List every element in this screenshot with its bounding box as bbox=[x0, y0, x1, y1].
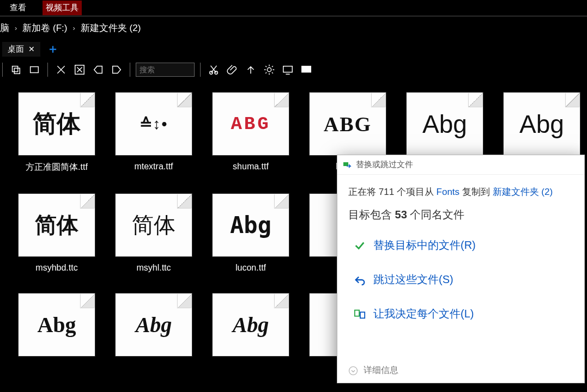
dialog-src-link[interactable]: Fonts bbox=[437, 187, 460, 197]
close-icon[interactable] bbox=[53, 62, 69, 77]
file-name: 方正准圆简体.ttf bbox=[26, 162, 88, 173]
cut-icon[interactable] bbox=[206, 62, 221, 77]
file-name: msyhbd.ttc bbox=[35, 263, 77, 273]
option-label: 跳过这些文件(S) bbox=[373, 272, 453, 287]
chevron-right-icon: › bbox=[73, 24, 75, 32]
upload-icon[interactable] bbox=[243, 62, 258, 77]
chevron-down-icon bbox=[348, 366, 358, 376]
dialog-dst-link[interactable]: 新建文件夹 (2) bbox=[493, 187, 553, 197]
paste-icon[interactable] bbox=[27, 62, 42, 77]
compare-icon bbox=[354, 308, 366, 320]
file-item[interactable]: 简体 msyhl.ttc bbox=[110, 194, 197, 273]
file-thumb: 简体 bbox=[19, 194, 95, 256]
breadcrumb-seg-0[interactable]: 脑 bbox=[0, 22, 9, 34]
file-thumb: ABG bbox=[213, 93, 289, 155]
file-thumb: ABG bbox=[310, 93, 386, 155]
close-all-icon[interactable] bbox=[72, 62, 87, 77]
file-thumb: Abg bbox=[213, 293, 289, 356]
breadcrumb-seg-2[interactable]: 新建文件夹 (2) bbox=[81, 22, 141, 34]
option-label: 替换目标中的文件(R) bbox=[373, 238, 476, 253]
tag-right-icon[interactable] bbox=[109, 62, 124, 77]
text: 目标包含 bbox=[348, 209, 395, 220]
option-replace[interactable]: 替换目标中的文件(R) bbox=[352, 235, 570, 256]
toolbar-separator bbox=[200, 63, 201, 77]
file-item[interactable]: 简体 msyhbd.ttc bbox=[13, 194, 100, 273]
file-item[interactable]: 简体 方正准圆简体.ttf bbox=[13, 93, 100, 173]
file-name: lucon.ttf bbox=[235, 263, 266, 273]
file-item[interactable]: Abg lucon.ttf bbox=[207, 194, 294, 273]
breadcrumb-seg-1[interactable]: 新加卷 (F:) bbox=[22, 22, 67, 34]
conflict-count: 53 bbox=[395, 209, 407, 220]
add-tab-button[interactable]: ＋ bbox=[41, 41, 64, 57]
dialog-progress-line: 正在将 711 个项目从 Fonts 复制到 新建文件夹 (2) bbox=[348, 183, 573, 201]
tab-label: 桌面 bbox=[8, 44, 24, 54]
monitor-b-icon[interactable] bbox=[299, 62, 314, 77]
file-thumb: 简体 bbox=[116, 194, 192, 256]
text: 复制到 bbox=[462, 187, 493, 197]
ribbon-tab-video[interactable]: 视频工具 bbox=[43, 1, 82, 15]
dialog-more-info[interactable]: 详细信息 bbox=[337, 357, 584, 383]
option-skip[interactable]: 跳过这些文件(S) bbox=[352, 269, 570, 290]
attach-icon[interactable] bbox=[225, 62, 240, 77]
toolbar-separator bbox=[2, 63, 3, 77]
toolbar-separator bbox=[130, 63, 130, 77]
file-thumb: ≙↕• bbox=[116, 93, 192, 155]
svg-point-12 bbox=[349, 366, 358, 375]
file-name: mtextra.ttf bbox=[134, 162, 173, 171]
dialog-title: 替换或跳过文件 bbox=[356, 160, 413, 170]
svg-rect-7 bbox=[283, 66, 293, 72]
chevron-right-icon: › bbox=[15, 24, 17, 32]
option-decide[interactable]: 让我决定每个文件(L) bbox=[352, 303, 570, 324]
svg-point-6 bbox=[267, 68, 271, 71]
svg-rect-0 bbox=[13, 66, 18, 72]
file-thumb: Abg bbox=[407, 93, 483, 155]
toolbar-separator bbox=[47, 63, 48, 77]
file-name: shuma.ttf bbox=[233, 162, 269, 171]
svg-rect-2 bbox=[31, 67, 39, 73]
text: 711 bbox=[379, 187, 394, 197]
breadcrumb[interactable]: 脑 › 新加卷 (F:) › 新建文件夹 (2) bbox=[0, 16, 587, 39]
copy-icon[interactable] bbox=[8, 62, 23, 77]
svg-rect-9 bbox=[343, 162, 348, 166]
svg-rect-8 bbox=[302, 66, 311, 72]
option-label: 让我决定每个文件(L) bbox=[373, 307, 474, 321]
svg-rect-10 bbox=[355, 310, 359, 316]
svg-rect-1 bbox=[14, 68, 20, 74]
file-item[interactable]: Abg bbox=[13, 293, 100, 363]
file-item[interactable]: ABG shuma.ttf bbox=[207, 93, 294, 173]
gear-icon[interactable] bbox=[262, 62, 277, 77]
toolbar bbox=[0, 59, 587, 81]
file-thumb: Abg bbox=[19, 293, 95, 356]
tab-desktop[interactable]: 桌面 ✕ bbox=[2, 42, 40, 57]
text: 个同名文件 bbox=[410, 209, 464, 220]
file-conflict-dialog: 替换或跳过文件 正在将 711 个项目从 Fonts 复制到 新建文件夹 (2)… bbox=[337, 155, 585, 383]
text: 正在将 bbox=[348, 187, 379, 197]
file-thumb: Abg bbox=[213, 194, 289, 256]
copy-progress-icon bbox=[343, 161, 352, 169]
more-label: 详细信息 bbox=[364, 365, 398, 376]
undo-icon bbox=[354, 274, 366, 286]
file-thumb: 简体 bbox=[19, 93, 95, 155]
file-thumb: Abg bbox=[116, 293, 192, 356]
tag-left-icon[interactable] bbox=[90, 62, 106, 77]
text: 个项目从 bbox=[397, 187, 437, 197]
check-icon bbox=[354, 240, 366, 252]
file-thumb: Abg bbox=[504, 93, 580, 155]
ribbon-tab-view[interactable]: 查看 bbox=[7, 1, 29, 15]
file-item[interactable]: ≙↕• mtextra.ttf bbox=[110, 93, 197, 173]
svg-rect-11 bbox=[360, 312, 365, 318]
file-item[interactable]: Abg bbox=[207, 293, 294, 363]
dialog-conflict-line: 目标包含 53 个同名文件 bbox=[348, 204, 573, 225]
monitor-a-icon[interactable] bbox=[280, 62, 295, 77]
close-tab-icon[interactable]: ✕ bbox=[28, 45, 35, 53]
file-item[interactable]: Abg bbox=[110, 293, 197, 363]
search-input[interactable] bbox=[136, 63, 195, 77]
file-name: msyhl.ttc bbox=[136, 263, 171, 273]
